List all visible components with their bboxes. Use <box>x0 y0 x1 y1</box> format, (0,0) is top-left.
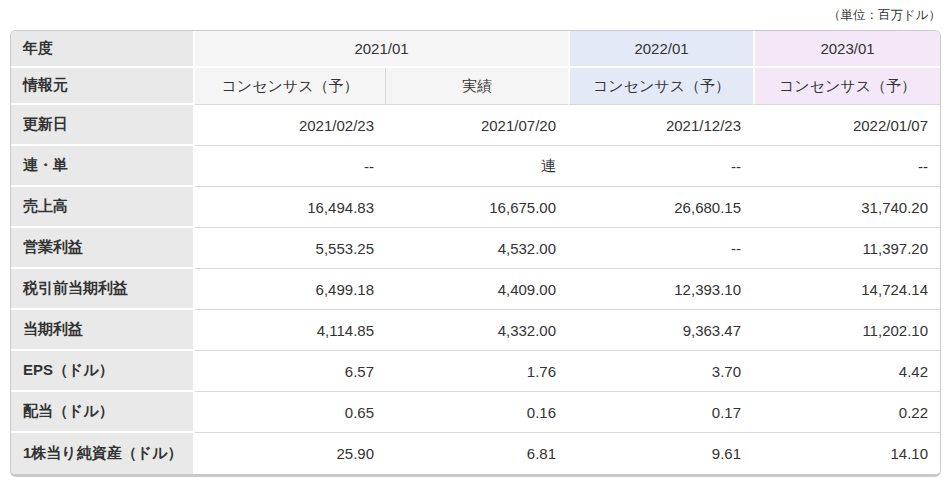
cell-value: 26,680.15 <box>568 187 753 228</box>
cell-value: 14,724.14 <box>753 269 940 310</box>
cell-value: 0.22 <box>753 392 940 433</box>
row-label: 更新日 <box>11 105 195 146</box>
page: （単位：百万ドル） 年度 2021/01 2022/01 2023/01 情報元… <box>0 7 952 477</box>
cell-value: 5,553.25 <box>195 228 386 269</box>
year-row: 年度 2021/01 2022/01 2023/01 <box>11 31 940 68</box>
table-row: 売上高16,494.8316,675.0026,680.1531,740.20 <box>11 187 940 228</box>
row-label: 税引前当期利益 <box>11 269 195 310</box>
cell-value: 16,675.00 <box>386 187 568 228</box>
year-2021-header: 2021/01 <box>195 31 568 68</box>
cell-value: 4,114.85 <box>195 310 386 351</box>
row-label: 連・単 <box>11 146 195 187</box>
year-2022-header: 2022/01 <box>568 31 753 68</box>
unit-note: （単位：百万ドル） <box>0 7 941 24</box>
table-wrap: 年度 2021/01 2022/01 2023/01 情報元 コンセンサス（予）… <box>10 30 941 477</box>
row-label: 売上高 <box>11 187 195 228</box>
cell-value: 11,397.20 <box>753 228 940 269</box>
cell-value: 16,494.83 <box>195 187 386 228</box>
table-row: 税引前当期利益6,499.184,409.0012,393.1014,724.1… <box>11 269 940 310</box>
cell-value: 連 <box>386 146 568 187</box>
table-body: 更新日2021/02/232021/07/202021/12/232022/01… <box>11 105 940 474</box>
cell-value: -- <box>195 146 386 187</box>
cell-value: 3.70 <box>568 351 753 392</box>
row-label: 営業利益 <box>11 228 195 269</box>
cell-value: 31,740.20 <box>753 187 940 228</box>
cell-value: -- <box>568 146 753 187</box>
year-2023-header: 2023/01 <box>753 31 940 68</box>
cell-value: 2021/02/23 <box>195 105 386 146</box>
cell-value: 4,409.00 <box>386 269 568 310</box>
table-row: 1株当り純資産（ドル）25.906.819.6114.10 <box>11 433 940 474</box>
table-row: 連・単--連---- <box>11 146 940 187</box>
cell-value: 12,393.10 <box>568 269 753 310</box>
table-header: 年度 2021/01 2022/01 2023/01 情報元 コンセンサス（予）… <box>11 31 940 105</box>
cell-value: -- <box>568 228 753 269</box>
cell-value: 0.65 <box>195 392 386 433</box>
cell-value: 6.81 <box>386 433 568 474</box>
table-row: 当期利益4,114.854,332.009,363.4711,202.10 <box>11 310 940 351</box>
table-row: 更新日2021/02/232021/07/202021/12/232022/01… <box>11 105 940 146</box>
source-2023-consensus: コンセンサス（予） <box>753 68 940 105</box>
source-row: 情報元 コンセンサス（予） 実績 コンセンサス（予） コンセンサス（予） <box>11 68 940 105</box>
row-label: 配当（ドル） <box>11 392 195 433</box>
cell-value: -- <box>753 146 940 187</box>
cell-value: 9.61 <box>568 433 753 474</box>
cell-value: 0.16 <box>386 392 568 433</box>
financial-table: 年度 2021/01 2022/01 2023/01 情報元 コンセンサス（予）… <box>11 31 940 474</box>
cell-value: 11,202.10 <box>753 310 940 351</box>
table-row: EPS（ドル）6.571.763.704.42 <box>11 351 940 392</box>
source-2022-consensus: コンセンサス（予） <box>568 68 753 105</box>
source-2021-consensus: コンセンサス（予） <box>195 68 386 105</box>
cell-value: 2021/07/20 <box>386 105 568 146</box>
cell-value: 14.10 <box>753 433 940 474</box>
cell-value: 2021/12/23 <box>568 105 753 146</box>
cell-value: 2022/01/07 <box>753 105 940 146</box>
cell-value: 25.90 <box>195 433 386 474</box>
row-label: 1株当り純資産（ドル） <box>11 433 195 474</box>
cell-value: 0.17 <box>568 392 753 433</box>
row-label: EPS（ドル） <box>11 351 195 392</box>
cell-value: 4.42 <box>753 351 940 392</box>
cell-value: 4,332.00 <box>386 310 568 351</box>
row-label: 当期利益 <box>11 310 195 351</box>
cell-value: 6.57 <box>195 351 386 392</box>
cell-value: 6,499.18 <box>195 269 386 310</box>
cell-value: 1.76 <box>386 351 568 392</box>
cell-value: 4,532.00 <box>386 228 568 269</box>
table-row: 配当（ドル）0.650.160.170.22 <box>11 392 940 433</box>
cell-value: 9,363.47 <box>568 310 753 351</box>
year-row-label: 年度 <box>11 31 195 68</box>
table-row: 営業利益5,553.254,532.00--11,397.20 <box>11 228 940 269</box>
source-2021-actual: 実績 <box>386 68 568 105</box>
source-row-label: 情報元 <box>11 68 195 105</box>
